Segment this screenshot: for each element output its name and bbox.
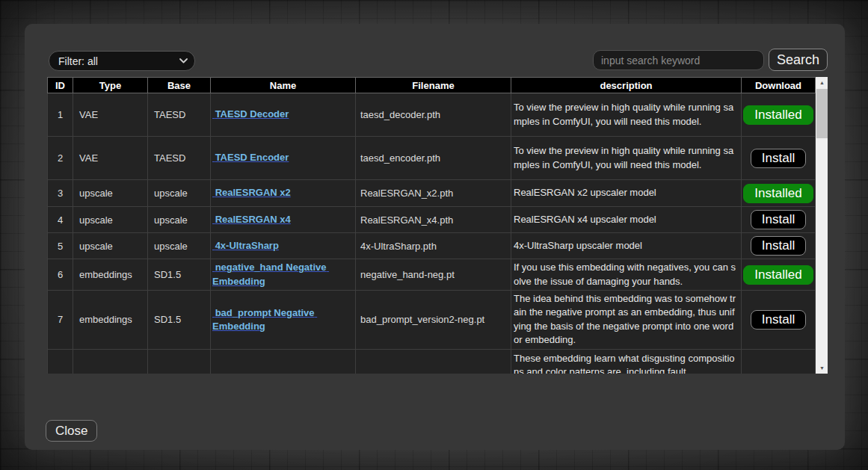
cell-name: negative_hand Negative Embedding [211,259,356,291]
install-button[interactable]: Install [751,210,806,229]
cell-id: 7 [48,291,73,350]
cell-download: Installed [742,93,816,137]
cell-download: Installed [742,259,816,291]
table-row: 5upscaleupscale 4x-UltraSharp4x-UltraSha… [48,233,816,259]
cell-base: SD1.5 [148,259,211,291]
cell-filename: RealESRGAN_x4.pth [356,207,511,233]
cell-filename: RealESRGAN_x2.pth [356,180,511,207]
model-name-link[interactable]: TAESD Decoder [212,108,289,120]
cell-id [48,349,73,374]
cell-name [211,349,356,374]
table-row: 2VAETAESD TAESD Encodertaesd_encoder.pth… [48,137,816,180]
cell-filename: bad_prompt_version2-neg.pt [356,291,511,350]
model-name-link[interactable]: TAESD Encoder [212,152,289,163]
cell-id: 1 [48,93,73,137]
install-button[interactable]: Install [751,236,806,256]
search-input[interactable] [593,50,764,70]
install-button[interactable]: Install [751,149,806,168]
cell-type: upscale [73,233,148,259]
cell-filename: 4x-UltraSharp.pth [356,233,511,259]
column-header-id: ID [48,78,73,93]
table-row: 6embeddingsSD1.5 negative_hand Negative … [48,259,816,291]
column-header-name: Name [211,78,356,93]
cell-filename: taesd_decoder.pth [356,93,511,137]
cell-download: Installed [742,180,816,207]
cell-download: Install [742,137,816,180]
cell-name: RealESRGAN x4 [211,207,356,233]
column-header-base: Base [148,78,211,93]
cell-download [742,349,816,374]
cell-name: RealESRGAN x2 [211,180,356,207]
cell-description: RealESRGAN x4 upscaler model [511,207,742,233]
installed-button[interactable]: Installed [743,105,813,125]
table-row: These embedding learn what disgusting co… [48,349,816,374]
cell-base: SD1.5 [148,291,211,350]
cell-type: embeddings [73,291,148,350]
installed-button[interactable]: Installed [743,184,813,203]
table-row: 1VAETAESD TAESD Decodertaesd_decoder.pth… [48,93,816,137]
cell-description: To view the preview in high quality whil… [511,93,742,137]
cell-type: embeddings [73,259,148,291]
cell-description: These embedding learn what disgusting co… [511,349,742,374]
cell-download: Install [742,207,816,233]
scroll-up-button[interactable]: ▲ [816,77,828,88]
column-header-description: description [511,78,742,93]
cell-description: If you use this embedding with negatives… [511,259,742,291]
model-name-link[interactable]: RealESRGAN x2 [212,187,291,198]
cell-base: TAESD [148,137,211,180]
column-header-type: Type [73,78,148,93]
model-table-container: IDTypeBaseNameFilenamedescriptionDownloa… [47,77,828,374]
cell-id: 3 [48,180,73,207]
cell-type [73,349,148,374]
filter-select[interactable]: Filter: all [49,51,195,71]
cell-download: Install [742,233,816,259]
install-button[interactable]: Install [751,310,806,330]
filter-select-wrap: Filter: all [49,51,195,71]
cell-description: 4x-UltraSharp upscaler model [511,233,742,259]
cell-id: 4 [48,207,73,233]
search-button[interactable]: Search [769,49,828,71]
cell-id: 2 [48,137,73,180]
cell-name: 4x-UltraSharp [211,233,356,259]
column-header-download: Download [742,78,816,93]
cell-name: bad_prompt Negative Embedding [211,291,356,350]
cell-base: TAESD [148,93,211,137]
cell-description: To view the preview in high quality whil… [511,137,742,180]
cell-name: TAESD Decoder [211,93,356,137]
model-table: IDTypeBaseNameFilenamedescriptionDownloa… [47,77,816,374]
model-install-dialog: Filter: all Search IDTypeBaseNameFilenam… [25,24,845,450]
cell-base: upscale [148,207,211,233]
scrollbar[interactable]: ▲ ▼ [816,77,828,374]
table-row: 4upscaleupscale RealESRGAN x4RealESRGAN_… [48,207,816,233]
cell-description: RealESRGAN x2 upscaler model [511,180,742,207]
installed-button[interactable]: Installed [743,265,813,285]
cell-base: upscale [148,180,211,207]
cell-id: 6 [48,259,73,291]
cell-description: The idea behind this embedding was to so… [511,291,742,350]
cell-type: VAE [73,137,148,180]
scrollbar-thumb[interactable] [816,89,828,138]
cell-filename: negative_hand-neg.pt [356,259,511,291]
table-row: 7embeddingsSD1.5 bad_prompt Negative Emb… [48,291,816,350]
close-button[interactable]: Close [46,420,97,442]
scroll-down-button[interactable]: ▼ [816,362,828,374]
model-name-link[interactable]: 4x-UltraSharp [212,240,279,251]
model-name-link[interactable]: negative_hand Negative Embedding [212,262,329,286]
table-row: 3upscaleupscale RealESRGAN x2RealESRGAN_… [48,180,816,207]
cell-type: upscale [73,180,148,207]
cell-type: upscale [73,207,148,233]
cell-download: Install [742,291,816,350]
model-name-link[interactable]: bad_prompt Negative Embedding [212,307,317,332]
cell-filename: taesd_encoder.pth [356,137,511,180]
cell-filename [356,349,511,374]
table-header-row: IDTypeBaseNameFilenamedescriptionDownloa… [48,78,816,93]
column-header-filename: Filename [356,78,511,93]
cell-id: 5 [48,233,73,259]
cell-name: TAESD Encoder [211,137,356,180]
cell-type: VAE [73,93,148,137]
cell-base [148,349,211,374]
model-name-link[interactable]: RealESRGAN x4 [212,214,291,225]
cell-base: upscale [148,233,211,259]
